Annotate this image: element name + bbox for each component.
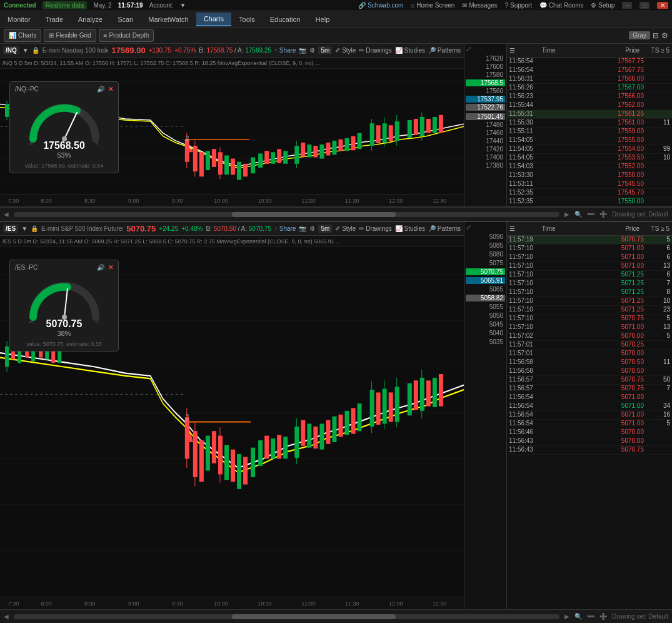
zoom-icon-2[interactable]: 🔍 — [574, 613, 582, 620]
chat-rooms-link[interactable]: 💬 Chat Rooms — [539, 2, 583, 9]
chart1-patterns-btn[interactable]: 🔎 Patterns — [428, 47, 461, 54]
y2-zoom[interactable]: ⤢ — [466, 223, 471, 231]
zoom-minus-2[interactable]: ➖ — [587, 613, 594, 620]
zoom-icon[interactable]: 🔍 — [574, 211, 582, 218]
svg-rect-115 — [283, 437, 288, 458]
home-screen-link[interactable]: ⌂ Home Screen — [411, 2, 454, 9]
layout-icon[interactable]: ⊟ — [653, 31, 659, 40]
menu-item-marketwatch[interactable]: MarketWatch — [141, 13, 196, 26]
gauge1-header: /NQ:-PC 🔊 ✕ — [15, 86, 113, 93]
chart1-change1: +130.75 — [149, 47, 171, 54]
ts1-filter-icon[interactable]: ☰ — [509, 47, 515, 54]
scroll-left-2[interactable]: ◀ — [4, 613, 9, 620]
svg-rect-30 — [199, 152, 204, 176]
chart2-share[interactable]: ↑ Share — [274, 225, 296, 232]
restore-btn[interactable]: □ — [639, 2, 649, 9]
chart1-settings[interactable]: ⚙ — [309, 47, 315, 54]
menu-item-monitor[interactable]: Monitor — [0, 13, 38, 26]
chart1-style-btn[interactable]: ✐ Style — [335, 47, 356, 54]
menu-item-analyze[interactable]: Analyze — [71, 13, 110, 26]
settings-icon[interactable]: ⚙ — [661, 31, 668, 40]
chart2-timeframe[interactable]: 5m — [318, 225, 332, 233]
zoom-plus[interactable]: ➕ — [599, 211, 607, 218]
chart1-desc: E-mini Nasdaq 100 Index Futures,ETH (JU.… — [43, 47, 109, 54]
chart1-symbol[interactable]: /NQ — [3, 46, 19, 54]
svg-rect-37 — [237, 162, 241, 180]
table-row: 11:54:0517553.5010 — [507, 154, 672, 163]
chart1-price: 17569.00 — [111, 46, 145, 55]
gauge2-mute-icon[interactable]: 🔊 — [97, 264, 104, 271]
chart2-dropdown[interactable]: ▼ — [21, 225, 28, 232]
svg-rect-59 — [376, 125, 381, 143]
chart2-patterns-btn[interactable]: 🔎 Patterns — [428, 225, 461, 232]
chart2-lock[interactable]: 🔒 — [31, 225, 38, 232]
ts2-qty-header: TS ≥ 5 — [644, 225, 669, 232]
gauge2-close-icon[interactable]: ✕ — [108, 264, 113, 271]
chart1-time-axis: 7:30 8:00 8:30 9:00 9:30 10:00 10:30 11:… — [0, 194, 464, 206]
chart2-bid-ask: B: 5070.50 / A: 5070.75 — [206, 225, 271, 232]
menu-bar: Monitor Trade Analyze Scan MarketWatch C… — [0, 11, 672, 28]
close-btn[interactable]: ✕ — [657, 2, 668, 9]
chart2-y-axis: ⤢ 5090 5085 5080 5075 5070.75 5065.91 50… — [464, 222, 506, 609]
menu-item-scan[interactable]: Scan — [110, 13, 141, 26]
chart1-section: /NQ ▼ 🔒 E-mini Nasdaq 100 Index Futures,… — [0, 44, 672, 208]
zoom-plus-2[interactable]: ➕ — [599, 613, 607, 620]
scroll-right-2[interactable]: ▶ — [564, 613, 569, 620]
scroll-right[interactable]: ▶ — [564, 211, 569, 218]
chart1-lock[interactable]: 🔒 — [32, 47, 39, 54]
gauge2-svg: 0 1 — [21, 273, 108, 323]
chart1-canvas[interactable]: /NQ:-PC 🔊 ✕ — [0, 69, 464, 194]
chart1-header: /NQ ▼ 🔒 E-mini Nasdaq 100 Index Futures,… — [0, 44, 464, 58]
product-depth-button[interactable]: ≡ Product Depth — [99, 29, 154, 42]
svg-rect-119 — [307, 423, 311, 447]
menu-item-tools[interactable]: Tools — [231, 13, 263, 26]
chart2-title-bar: /ES 5 D 5m D: 5/2/24, 11:55 AM O: 5069.2… — [0, 236, 464, 247]
ts2-filter-icon[interactable]: ☰ — [509, 225, 515, 232]
menu-item-trade[interactable]: Trade — [38, 13, 71, 26]
table-row: 11:56:5417567.75 — [507, 66, 672, 75]
chart2-studies-btn[interactable]: 📈 Studies — [395, 225, 425, 232]
svg-rect-36 — [231, 159, 235, 175]
zoom-minus[interactable]: ➖ — [587, 211, 594, 218]
gauge1-mute-icon[interactable]: 🔊 — [97, 86, 104, 93]
scroll-bar-2[interactable] — [14, 614, 559, 619]
svg-rect-32 — [212, 149, 216, 167]
chart1-bid-ask: B: 17568.75 / A: 17569.25 — [199, 47, 271, 54]
chart1-share[interactable]: ↑ Share — [274, 47, 296, 54]
table-row: 11:56:585070.5011 — [507, 358, 672, 367]
chart1-camera[interactable]: 📷 — [299, 47, 306, 54]
setup-link[interactable]: ⚙ Setup — [591, 2, 614, 9]
messages-link[interactable]: ✉ Messages — [462, 2, 497, 9]
menu-item-help[interactable]: Help — [308, 13, 338, 26]
flexible-grid-button[interactable]: ⊞ Flexible Grid — [44, 29, 96, 42]
menu-item-education[interactable]: Education — [263, 13, 308, 26]
chart1-studies-btn[interactable]: 📈 Studies — [395, 47, 425, 54]
menu-item-charts[interactable]: Charts — [196, 13, 231, 26]
chart1-dropdown[interactable]: ▼ — [23, 47, 29, 54]
chart1-timeframe[interactable]: 5m — [318, 46, 332, 54]
minimize-btn[interactable]: – — [622, 2, 632, 9]
chart2-symbol[interactable]: /ES — [3, 225, 18, 233]
gauge1-close-icon[interactable]: ✕ — [108, 86, 113, 93]
account-label: Account: — [149, 2, 174, 9]
svg-rect-54 — [344, 138, 349, 151]
table-row: 11:56:435070.00 — [507, 437, 672, 446]
scroll-bar[interactable] — [14, 212, 559, 217]
support-link[interactable]: ? Support — [505, 2, 532, 9]
chart1-gauge: /NQ:-PC 🔊 ✕ — [9, 81, 119, 173]
y1-label-17537: 17537.95 — [466, 96, 505, 103]
chart2-style-btn[interactable]: ✐ Style — [335, 225, 356, 232]
scroll-left[interactable]: ◀ — [4, 211, 9, 218]
schwab-link[interactable]: 🔗 Schwab.com — [358, 2, 403, 9]
charts-button[interactable]: 📊 Charts — [4, 29, 41, 42]
chart1-drawings-btn[interactable]: ✏ Drawings — [359, 47, 391, 54]
chart2-camera[interactable]: 📷 — [299, 225, 306, 232]
y1-label-zoom[interactable]: ⤢ — [466, 45, 471, 53]
chart2-drawings-btn[interactable]: ✏ Drawings — [359, 225, 391, 232]
ts1-time-header: Time — [520, 47, 578, 54]
chart2-canvas[interactable]: /ES:-PC 🔊 ✕ — [0, 247, 464, 597]
y1-label-17420: 17420 — [466, 146, 505, 153]
account-dropdown[interactable]: ▼ — [180, 2, 186, 9]
chart2-settings[interactable]: ⚙ — [309, 225, 315, 232]
gauge2-body: 0 1 5070.75 38% — [15, 273, 113, 337]
